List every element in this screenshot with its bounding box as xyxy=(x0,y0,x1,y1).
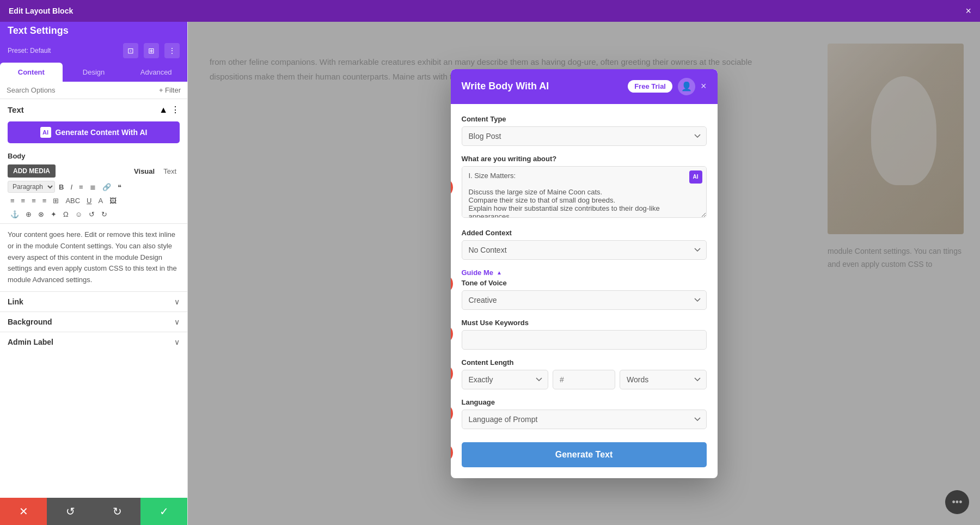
special-char-button[interactable]: Ω xyxy=(60,209,71,220)
preset-icons-bar: Preset: Default ⊡ ⊞ ⋮ xyxy=(0,41,187,63)
writing-about-label: What are you writing about? xyxy=(462,155,707,163)
font-color-button[interactable]: A xyxy=(96,195,106,206)
content-type-group: Content Type Blog Post xyxy=(462,115,707,146)
writing-about-textarea[interactable]: I. Size Matters: Discuss the large size … xyxy=(462,166,707,218)
undo-fmt-button[interactable]: ↺ xyxy=(86,209,97,220)
quote-button[interactable]: ❝ xyxy=(115,181,124,193)
generate-content-button[interactable]: AI Generate Content With AI xyxy=(8,121,180,143)
italic-button[interactable]: I xyxy=(68,181,75,193)
free-trial-badge: Free Trial xyxy=(628,80,672,93)
added-context-group: Added Context No Context xyxy=(462,229,707,260)
ul-button[interactable]: ≡ xyxy=(76,181,86,193)
section-opts: ▲ ⋮ xyxy=(159,105,180,115)
modal-overlay: Write Body With AI Free Trial 👤 × 1 xyxy=(188,22,980,525)
redo-button[interactable]: ↻ xyxy=(94,498,140,525)
step5-section: 5 Language Language of Prompt xyxy=(462,398,707,429)
link-section[interactable]: Link ∨ xyxy=(0,291,187,312)
view-toggle: Visual Text xyxy=(131,166,180,176)
top-bar-close-icon[interactable]: × xyxy=(965,5,971,17)
content-length-group: Content Length Exactly Words xyxy=(462,358,707,389)
content-length-label: Content Length xyxy=(462,358,707,367)
table-button[interactable]: ⊞ xyxy=(50,195,62,206)
formatting-toolbar-row1: Paragraph B I ≡ ≣ 🔗 ❝ xyxy=(0,180,187,194)
format-btn-extra1[interactable]: ⚓ xyxy=(8,209,22,220)
step-badge-4: 4 xyxy=(451,364,453,383)
step-badge-1: 1 xyxy=(451,178,453,197)
sidebar-tabs: Content Design Advanced xyxy=(0,63,187,82)
guide-me-button[interactable]: Guide Me ▲ xyxy=(462,268,707,277)
align-left-button[interactable]: ≡ xyxy=(8,195,17,206)
search-input[interactable] xyxy=(7,86,155,94)
generate-text-button[interactable]: Generate Text xyxy=(462,442,707,467)
save-button[interactable]: ✓ xyxy=(140,498,187,525)
language-select[interactable]: Language of Prompt xyxy=(462,410,707,429)
background-chevron-icon: ∨ xyxy=(174,318,180,326)
view-text-button[interactable]: Text xyxy=(160,166,180,176)
ol-button[interactable]: ≣ xyxy=(87,181,99,193)
step-badge-3: 3 xyxy=(451,324,453,344)
keywords-group: Must Use Keywords xyxy=(462,319,707,350)
filter-button[interactable]: + Filter xyxy=(159,86,181,94)
sidebar-scroll-area: + Filter Text ▲ ⋮ AI Generate Content Wi… xyxy=(0,82,187,498)
redo-fmt-button[interactable]: ↻ xyxy=(99,209,110,220)
added-context-select[interactable]: No Context xyxy=(462,240,707,260)
search-bar: + Filter xyxy=(0,82,187,99)
format-btn-extra2[interactable]: ⊕ xyxy=(23,209,34,220)
preset-icon-btn-1[interactable]: ⊡ xyxy=(123,43,138,58)
step-badge-6: 6 xyxy=(451,443,453,462)
text-label-button[interactable]: ABC xyxy=(63,195,83,206)
preset-icon-btn-3[interactable]: ⋮ xyxy=(164,43,180,58)
step1-section: 1 Content Type Blog Post What are you w xyxy=(462,115,707,260)
emoji-button[interactable]: ☺ xyxy=(72,209,85,220)
align-right-button[interactable]: ≡ xyxy=(29,195,39,206)
modal-close-button[interactable]: × xyxy=(701,81,707,92)
center-content: from other feline companions. With remar… xyxy=(188,22,980,525)
body-content-text: Your content goes here. Edit or remove t… xyxy=(0,224,187,291)
add-media-button[interactable]: ADD MEDIA xyxy=(8,164,56,178)
added-context-label: Added Context xyxy=(462,229,707,237)
cancel-button[interactable]: ✕ xyxy=(0,498,47,525)
ai-modal: Write Body With AI Free Trial 👤 × 1 xyxy=(451,69,718,478)
tone-of-voice-group: Tone of Voice Creative xyxy=(462,279,707,310)
bottom-action-bar: ✕ ↺ ↻ ✓ xyxy=(0,498,187,525)
content-type-select[interactable]: Blog Post xyxy=(462,126,707,146)
view-visual-button[interactable]: Visual xyxy=(131,166,158,176)
modal-body: 1 Content Type Blog Post What are you w xyxy=(451,104,718,478)
keywords-input[interactable] xyxy=(462,330,707,350)
generate-content-label: Generate Content With AI xyxy=(56,128,148,137)
bold-button[interactable]: B xyxy=(56,181,66,193)
admin-label-section-title: Admin Label xyxy=(8,338,53,346)
format-btn-extra4[interactable]: ✦ xyxy=(48,209,59,220)
formatting-toolbar-row3: ⚓ ⊕ ⊗ ✦ Ω ☺ ↺ ↻ xyxy=(0,207,187,224)
tab-content[interactable]: Content xyxy=(0,63,63,82)
link-button[interactable]: 🔗 xyxy=(100,181,114,193)
link-section-title: Link xyxy=(8,297,23,306)
background-section[interactable]: Background ∨ xyxy=(0,312,187,332)
tone-of-voice-select[interactable]: Creative xyxy=(462,290,707,310)
background-section-title: Background xyxy=(8,318,52,326)
text-section-header[interactable]: Text ▲ ⋮ xyxy=(0,99,187,118)
justify-button[interactable]: ≡ xyxy=(40,195,50,206)
more-icon[interactable]: ⋮ xyxy=(171,105,180,115)
preset-icon-btn-2[interactable]: ⊞ xyxy=(144,43,159,58)
content-length-amount-input[interactable] xyxy=(553,370,615,389)
tab-design[interactable]: Design xyxy=(63,63,125,82)
sidebar-title: Text Settings xyxy=(8,25,180,36)
content-length-qualifier-select[interactable]: Exactly xyxy=(462,370,549,389)
format-btn-extra3[interactable]: ⊗ xyxy=(35,209,47,220)
writing-about-textarea-wrapper: I. Size Matters: Discuss the large size … xyxy=(462,166,707,220)
collapse-icon: ▲ xyxy=(159,105,168,115)
guide-arrow-icon: ▲ xyxy=(497,270,502,276)
admin-label-section[interactable]: Admin Label ∨ xyxy=(0,332,187,352)
underline-button[interactable]: U xyxy=(84,195,94,206)
content-type-label: Content Type xyxy=(462,115,707,123)
step3-section: 3 Must Use Keywords xyxy=(462,319,707,350)
preset-bar: Text Settings xyxy=(0,22,187,41)
image-button[interactable]: 🖼 xyxy=(107,195,119,206)
link-chevron-icon: ∨ xyxy=(174,297,180,306)
undo-button[interactable]: ↺ xyxy=(47,498,94,525)
tab-advanced[interactable]: Advanced xyxy=(125,63,187,82)
paragraph-select[interactable]: Paragraph xyxy=(8,181,55,193)
align-center-button[interactable]: ≡ xyxy=(19,195,28,206)
content-length-unit-select[interactable]: Words xyxy=(620,370,707,389)
